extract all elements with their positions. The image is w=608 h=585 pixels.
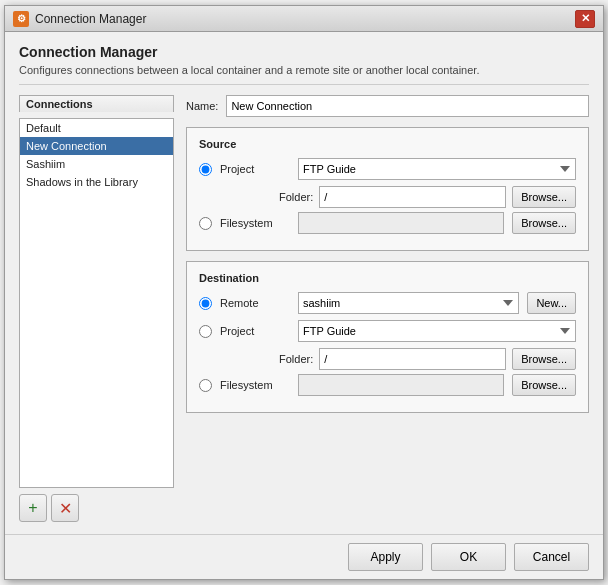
destination-project-row: Project FTP Guide Sashiim: [199, 320, 576, 342]
details-panel: Name: Source Project FTP Guide Sashiim S…: [186, 95, 589, 522]
source-folder-input[interactable]: [319, 186, 506, 208]
name-input[interactable]: [226, 95, 589, 117]
destination-remote-label[interactable]: Remote: [220, 297, 290, 309]
connections-label: Connections: [19, 95, 174, 112]
source-browse-button[interactable]: Browse...: [512, 186, 576, 208]
destination-browse-button[interactable]: Browse...: [512, 348, 576, 370]
connection-item-sashiim[interactable]: Sashiim: [20, 155, 173, 173]
apply-button[interactable]: Apply: [348, 543, 423, 571]
source-section-title: Source: [199, 138, 576, 150]
cancel-button[interactable]: Cancel: [514, 543, 589, 571]
destination-project-select[interactable]: FTP Guide Sashiim: [298, 320, 576, 342]
page-title: Connection Manager: [19, 44, 589, 60]
destination-filesystem-browse-button[interactable]: Browse...: [512, 374, 576, 396]
source-project-row: Project FTP Guide Sashiim Shadows in the…: [199, 158, 576, 180]
titlebar: ⚙ Connection Manager ✕: [5, 6, 603, 32]
destination-project-radio[interactable]: [199, 325, 212, 338]
name-label: Name:: [186, 100, 218, 112]
source-folder-label: Folder:: [279, 191, 313, 203]
destination-remote-radio[interactable]: [199, 297, 212, 310]
destination-filesystem-radio[interactable]: [199, 379, 212, 392]
add-connection-button[interactable]: +: [19, 494, 47, 522]
source-filesystem-row: Filesystem Browse...: [199, 212, 576, 234]
source-filesystem-label[interactable]: Filesystem: [220, 217, 290, 229]
connections-list[interactable]: Default New Connection Sashiim Shadows i…: [19, 118, 174, 488]
page-description: Configures connections between a local c…: [19, 64, 589, 76]
source-project-select[interactable]: FTP Guide Sashiim Shadows in the Library: [298, 158, 576, 180]
source-filesystem-browse-button[interactable]: Browse...: [512, 212, 576, 234]
connections-panel: Connections Default New Connection Sashi…: [19, 95, 174, 522]
source-section: Source Project FTP Guide Sashiim Shadows…: [186, 127, 589, 251]
destination-section-title: Destination: [199, 272, 576, 284]
window: ⚙ Connection Manager ✕ Connection Manage…: [4, 5, 604, 580]
connections-toolbar: + ✕: [19, 494, 174, 522]
destination-filesystem-row: Filesystem Browse...: [199, 374, 576, 396]
destination-remote-select[interactable]: sashiim FTP Guide: [298, 292, 519, 314]
main-area: Connections Default New Connection Sashi…: [19, 95, 589, 522]
source-project-radio[interactable]: [199, 163, 212, 176]
titlebar-title: Connection Manager: [35, 12, 146, 26]
source-project-label[interactable]: Project: [220, 163, 290, 175]
destination-folder-label: Folder:: [279, 353, 313, 365]
remove-connection-button[interactable]: ✕: [51, 494, 79, 522]
destination-project-label[interactable]: Project: [220, 325, 290, 337]
source-filesystem-input[interactable]: [298, 212, 504, 234]
content-area: Connection Manager Configures connection…: [5, 32, 603, 534]
ok-button[interactable]: OK: [431, 543, 506, 571]
destination-new-button[interactable]: New...: [527, 292, 576, 314]
destination-remote-row: Remote sashiim FTP Guide New...: [199, 292, 576, 314]
connection-item-new[interactable]: New Connection: [20, 137, 173, 155]
source-folder-row: Folder: Browse...: [199, 186, 576, 208]
destination-filesystem-label[interactable]: Filesystem: [220, 379, 290, 391]
window-icon: ⚙: [13, 11, 29, 27]
destination-folder-row: Folder: Browse...: [199, 348, 576, 370]
destination-folder-input[interactable]: [319, 348, 506, 370]
bottom-buttons: Apply OK Cancel: [5, 534, 603, 579]
destination-filesystem-input[interactable]: [298, 374, 504, 396]
name-row: Name:: [186, 95, 589, 117]
destination-section: Destination Remote sashiim FTP Guide New…: [186, 261, 589, 413]
close-button[interactable]: ✕: [575, 10, 595, 28]
page-header: Connection Manager Configures connection…: [19, 44, 589, 85]
connection-item-default[interactable]: Default: [20, 119, 173, 137]
titlebar-left: ⚙ Connection Manager: [13, 11, 146, 27]
connection-item-shadows[interactable]: Shadows in the Library: [20, 173, 173, 191]
source-filesystem-radio[interactable]: [199, 217, 212, 230]
